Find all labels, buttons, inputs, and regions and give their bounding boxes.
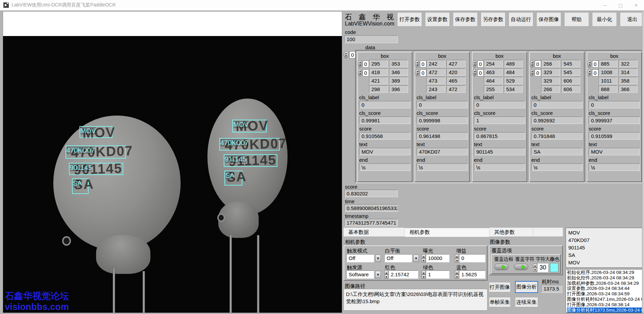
exposure-control[interactable]: ▲▼ 10000	[422, 254, 449, 262]
toolbar-button[interactable]: 帮助	[564, 12, 589, 27]
log-entry[interactable]: 打开图像,2026-03-24 08:36:14	[567, 302, 642, 308]
gain-value[interactable]: 0	[459, 254, 485, 262]
decrement-icon[interactable]: ▼	[422, 258, 426, 262]
toolbar-button[interactable]: 另存参数	[481, 12, 505, 27]
increment-icon[interactable]: ▲	[533, 264, 537, 268]
tab-camera-params[interactable]: 相机参数	[405, 228, 490, 237]
spin-buttons[interactable]	[415, 69, 419, 76]
box-index-spinner[interactable]: 0	[415, 60, 426, 68]
box-index-value[interactable]: 0	[535, 69, 541, 76]
overlay-text-toggle[interactable]	[514, 264, 528, 270]
maximize-button[interactable]: □	[613, 0, 628, 10]
decrement-icon[interactable]: ▼	[533, 268, 537, 272]
spin-buttons[interactable]	[530, 60, 534, 68]
box-index-value[interactable]: 0	[477, 60, 484, 68]
log-entry[interactable]: 加载机种参数,2026-03-24 08:34:29	[567, 281, 642, 286]
increment-icon[interactable]: ▲	[422, 254, 426, 258]
overlay-color-swatch[interactable]	[550, 263, 558, 272]
white-balance-value[interactable]: Off	[384, 254, 412, 262]
green-control[interactable]: ▲▼ 1	[422, 271, 449, 279]
log-entry[interactable]: 初始化控件,2026-03-24 08:34:29	[567, 275, 642, 281]
increment-icon[interactable]: ▲	[422, 271, 426, 275]
blue-value[interactable]: 1.5625	[459, 271, 485, 279]
single-grab-button[interactable]: 单帧采集	[489, 297, 511, 307]
tab-other-params[interactable]: 其他参数	[490, 228, 533, 237]
log-entry[interactable]: 图像分析耗时1373.5ms,2026-03-24 08:	[567, 308, 642, 313]
result-item[interactable]: 901145	[568, 244, 642, 251]
image-display-panel[interactable]: MOVMOV470KD07470KD07901145901145SASAMOVM…	[3, 11, 342, 313]
red-value[interactable]: 2.15742	[388, 271, 418, 279]
box-index-value[interactable]: 0	[420, 60, 426, 68]
increment-icon[interactable]: ▲	[384, 271, 388, 275]
dropdown-arrow-icon[interactable]: ▼	[375, 255, 381, 262]
decrement-icon[interactable]: ▼	[422, 275, 426, 279]
box-index-value[interactable]: 0	[592, 60, 599, 68]
toolbar-button[interactable]: 设置参数	[425, 12, 450, 27]
box-index-value[interactable]: 0	[363, 69, 369, 76]
box-index-spinner[interactable]: 0	[587, 69, 599, 76]
box-index-spinner[interactable]: 0	[358, 69, 369, 76]
box-index-value[interactable]: 0	[535, 60, 541, 68]
spin-buttons[interactable]	[530, 69, 534, 76]
box-index-value[interactable]: 0	[363, 60, 369, 68]
toolbar-button[interactable]: 保存参数	[453, 12, 478, 27]
minimize-button[interactable]: —	[597, 0, 613, 10]
box-index-spinner[interactable]: 0	[473, 60, 484, 68]
spin-buttons[interactable]	[587, 60, 591, 68]
tab-basic-data[interactable]: 基本数据	[344, 228, 405, 237]
spin-buttons[interactable]	[415, 60, 419, 68]
box-index-spinner[interactable]: 0	[530, 69, 541, 76]
result-item[interactable]: SA	[568, 251, 642, 259]
box-index-value[interactable]: 0	[420, 69, 426, 76]
char-size-control[interactable]: ▲▼ 30	[533, 263, 548, 272]
trigger-mode-dropdown[interactable]: Off ▼	[346, 254, 381, 262]
char-size-value[interactable]: 30	[537, 263, 548, 272]
increment-icon[interactable]: ▲	[455, 271, 459, 275]
gain-control[interactable]: ▲▼ 0	[455, 254, 485, 262]
continuous-grab-button[interactable]: 连续采集	[515, 297, 538, 307]
spin-buttons[interactable]	[344, 51, 349, 58]
increment-icon[interactable]: ▲	[455, 254, 459, 258]
box-index-value[interactable]: 0	[477, 69, 484, 76]
overlay-border-toggle[interactable]	[494, 264, 509, 270]
spin-buttons[interactable]	[358, 60, 362, 68]
red-control[interactable]: ▲▼ 2.15742	[384, 271, 418, 279]
vertical-scrollbar[interactable]	[642, 11, 644, 313]
dropdown-arrow-icon[interactable]: ▼	[413, 255, 419, 262]
close-button[interactable]: ✕	[628, 0, 644, 10]
toolbar-button[interactable]: 退出	[620, 12, 644, 27]
log-entry[interactable]: 设置参数,2026-03-24 08:34:44	[567, 286, 642, 291]
result-item[interactable]: MOV	[568, 259, 642, 266]
toolbar-button[interactable]: 打开参数	[397, 12, 422, 27]
trigger-source-value[interactable]: Software	[346, 271, 374, 279]
result-item[interactable]: 470KD07	[568, 237, 642, 244]
log-entry[interactable]: 打开图像,2026-03-24 08:34:59	[567, 291, 642, 297]
box-index-value[interactable]: 0	[592, 69, 599, 76]
decrement-icon[interactable]: ▼	[455, 258, 459, 262]
spin-buttons[interactable]	[473, 69, 477, 76]
box-index-spinner[interactable]: 0	[530, 60, 541, 68]
box-index-spinner[interactable]: 0	[358, 60, 369, 68]
dropdown-arrow-icon[interactable]: ▼	[375, 271, 381, 278]
box-index-spinner[interactable]: 0	[415, 69, 426, 76]
blue-control[interactable]: ▲▼ 1.5625	[455, 271, 485, 279]
log-entry[interactable]: 初始化程序,2026-03-24 08:34:29	[567, 270, 642, 275]
decrement-icon[interactable]: ▼	[384, 275, 388, 279]
trigger-mode-value[interactable]: Off	[346, 254, 374, 262]
open-image-button[interactable]: 打开图像	[489, 282, 511, 292]
decrement-icon[interactable]: ▼	[455, 275, 459, 279]
box-index-spinner[interactable]: 0	[587, 60, 599, 68]
toolbar-button[interactable]: 最小化	[592, 12, 617, 27]
green-value[interactable]: 1	[426, 271, 449, 279]
analyze-image-button[interactable]: 图像分析	[515, 281, 538, 293]
ocr-results-list[interactable]: MOV470KD07901145SAMOV	[566, 228, 643, 268]
event-log-list[interactable]: 初始化程序,2026-03-24 08:34:29初始化控件,2026-03-2…	[566, 269, 643, 313]
spin-buttons[interactable]	[473, 60, 477, 68]
toolbar-button[interactable]: 自动运行	[509, 12, 533, 27]
result-item[interactable]: MOV	[568, 229, 642, 237]
trigger-source-dropdown[interactable]: Software ▼	[346, 271, 381, 279]
toolbar-button[interactable]: 保存图像	[536, 12, 561, 27]
exposure-value[interactable]: 10000	[426, 254, 449, 262]
spin-buttons[interactable]	[587, 69, 591, 76]
image-path-field[interactable]: D:\工作文档\网站文章\方案\2026\03\电容表面字符识别机器视觉检测\1…	[344, 289, 487, 311]
